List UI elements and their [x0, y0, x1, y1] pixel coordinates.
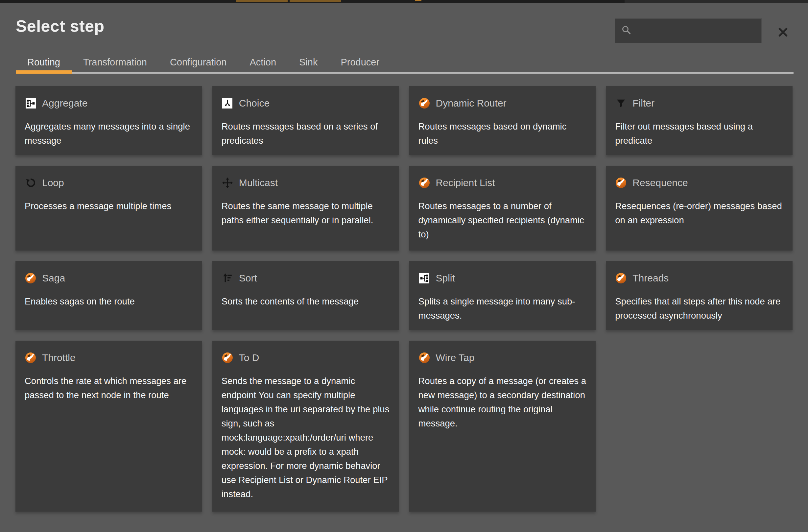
card-title: Dynamic Router [436, 98, 507, 109]
search-input[interactable] [637, 26, 755, 36]
camel-logo-icon [419, 97, 430, 109]
card-description: Routes the same message to multiple path… [222, 199, 390, 227]
select-step-modal: Select step RoutingTransformationConfigu… [0, 3, 808, 532]
screen: Select step RoutingTransformationConfigu… [0, 0, 808, 532]
close-button[interactable] [774, 24, 792, 41]
card-choice[interactable]: ChoiceRoutes messages based on a series … [213, 86, 399, 155]
card-split[interactable]: SplitSplits a single message into many s… [409, 261, 596, 330]
card-filter[interactable]: FilterFilter out messages based using a … [606, 86, 792, 155]
tab-label: Routing [27, 57, 60, 68]
tab-label: Producer [341, 57, 379, 68]
page-title: Select step [16, 17, 105, 36]
card-description: Enables sagas on the route [25, 294, 193, 308]
card-header: Throttle [25, 352, 193, 364]
card-throttle[interactable]: ThrottleControls the rate at which messa… [16, 341, 202, 512]
card-header: Filter [615, 97, 783, 109]
card-header: Multicast [222, 177, 390, 189]
card-header: To D [222, 352, 390, 364]
filter-icon [615, 97, 627, 109]
backdrop-panel [625, 0, 808, 3]
camel-logo-icon [419, 352, 430, 364]
camel-logo-icon [25, 272, 36, 284]
card-resequence[interactable]: ResequenceResequences (re-order) message… [606, 166, 792, 251]
icon-tile [222, 98, 233, 109]
sort-icon [222, 272, 233, 284]
card-header: Resequence [615, 177, 783, 189]
tab-bar: RoutingTransformationConfigurationAction… [16, 52, 793, 74]
tab-label: Configuration [170, 57, 227, 68]
card-title: Recipient List [436, 177, 495, 188]
camel-logo-icon [615, 272, 627, 284]
card-aggregate[interactable]: AggregateAggregates many messages into a… [16, 86, 202, 155]
camel-logo-icon [615, 177, 627, 189]
step-card-grid: AggregateAggregates many messages into a… [16, 86, 792, 512]
backdrop-accent-tick [415, 0, 421, 1]
card-title: Multicast [239, 177, 278, 188]
search-box[interactable] [615, 18, 761, 43]
card-description: Controls the rate at which messages are … [25, 374, 193, 402]
tab-routing[interactable]: Routing [16, 52, 72, 72]
card-description: Filter out messages based using a predic… [615, 120, 783, 148]
card-title: Loop [42, 177, 64, 188]
card-to-d[interactable]: To DSends the message to a dynamic endpo… [213, 341, 399, 512]
loop-icon [25, 177, 36, 189]
card-title: Split [436, 273, 455, 284]
multicast-icon [222, 177, 233, 189]
backdrop-step-node [290, 0, 341, 2]
card-header: Aggregate [25, 97, 193, 109]
backdrop-step-node [236, 0, 288, 2]
search-icon [621, 25, 632, 37]
tab-sink[interactable]: Sink [288, 52, 329, 72]
card-header: Split [419, 272, 587, 284]
split-icon [419, 272, 430, 284]
card-description: Routes messages based on dynamic rules [419, 120, 587, 148]
card-title: Saga [42, 273, 65, 284]
card-wire-tap[interactable]: Wire TapRoutes a copy of a message (or c… [409, 341, 596, 512]
card-title: Threads [632, 273, 668, 284]
card-title: Aggregate [42, 98, 88, 109]
card-multicast[interactable]: MulticastRoutes the same message to mult… [213, 166, 399, 251]
tab-label: Sink [299, 57, 317, 68]
card-dynamic-router[interactable]: Dynamic RouterRoutes messages based on d… [409, 86, 596, 155]
camel-logo-icon [222, 352, 233, 364]
card-description: Processes a message multiple times [25, 199, 193, 213]
card-description: Aggregates many messages into a single m… [25, 120, 193, 148]
tab-configuration[interactable]: Configuration [159, 52, 238, 72]
card-header: Loop [25, 177, 193, 189]
card-threads[interactable]: ThreadsSpecifies that all steps after th… [606, 261, 792, 330]
card-title: Choice [239, 98, 270, 109]
card-header: Recipient List [419, 177, 587, 189]
camel-logo-icon [25, 352, 36, 364]
tab-label: Action [250, 57, 276, 68]
icon-tile [26, 98, 36, 109]
card-recipient-list[interactable]: Recipient ListRoutes messages to a numbe… [409, 166, 596, 251]
tab-transformation[interactable]: Transformation [72, 52, 159, 72]
card-description: Resequences (re-order) messages based on… [615, 199, 783, 227]
card-title: To D [239, 352, 259, 363]
card-saga[interactable]: SagaEnables sagas on the route [16, 261, 202, 330]
icon-tile [419, 273, 429, 283]
camel-logo-icon [419, 177, 430, 189]
aggregate-icon [25, 97, 36, 109]
card-header: Saga [25, 272, 193, 284]
card-description: Splits a single message into many sub-me… [419, 294, 587, 323]
card-loop[interactable]: LoopProcesses a message multiple times [16, 166, 202, 251]
tab-label: Transformation [83, 57, 147, 68]
card-title: Resequence [632, 177, 688, 188]
card-title: Filter [632, 98, 655, 109]
choice-icon [222, 97, 233, 109]
card-header: Sort [222, 272, 390, 284]
close-icon [777, 26, 789, 39]
tab-producer[interactable]: Producer [329, 52, 391, 72]
card-header: Dynamic Router [419, 97, 587, 109]
card-header: Choice [222, 97, 390, 109]
card-description: Routes messages to a number of dynamical… [419, 199, 587, 241]
card-description: Sends the message to a dynamic endpoint … [222, 374, 390, 501]
card-header: Wire Tap [419, 352, 587, 364]
card-sort[interactable]: SortSorts the contents of the message [213, 261, 399, 330]
card-title: Throttle [42, 352, 76, 363]
tab-action[interactable]: Action [238, 52, 288, 72]
card-title: Wire Tap [436, 352, 475, 363]
card-description: Sorts the contents of the message [222, 294, 390, 308]
card-description: Routes a copy of a message (or creates a… [419, 374, 587, 430]
